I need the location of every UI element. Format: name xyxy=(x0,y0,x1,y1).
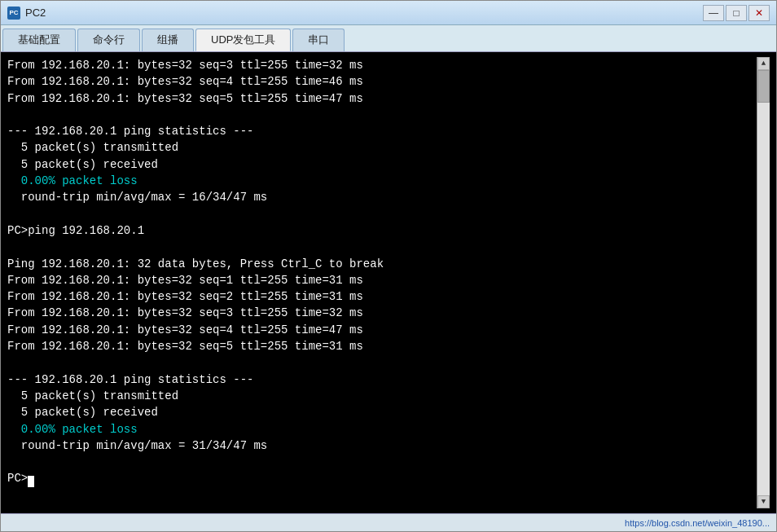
window: PC PC2 — □ ✕ 基础配置 命令行 组播 UDP发包工具 串口 From… xyxy=(0,0,777,532)
terminal-line: --- 192.168.20.1 ping statistics --- xyxy=(7,373,253,386)
terminal-line: 5 packet(s) transmitted xyxy=(7,389,178,402)
terminal-line: From 192.168.20.1: bytes=32 seq=3 ttl=25… xyxy=(7,306,363,319)
terminal-line: 5 packet(s) transmitted xyxy=(7,141,178,154)
terminal-line: 0.00% packet loss xyxy=(7,174,138,187)
terminal-line: round-trip min/avg/max = 31/34/47 ms xyxy=(7,439,267,452)
terminal-line: From 192.168.20.1: bytes=32 seq=4 ttl=25… xyxy=(7,323,363,336)
terminal-line: From 192.168.20.1: bytes=32 seq=1 ttl=25… xyxy=(7,274,363,287)
status-url: https://blog.csdn.net/weixin_48190... xyxy=(625,518,770,528)
terminal-line: From 192.168.20.1: bytes=32 seq=5 ttl=25… xyxy=(7,92,363,105)
terminal-line: PC> xyxy=(7,472,28,485)
terminal-content: From 192.168.20.1: bytes=32 seq=3 ttl=25… xyxy=(7,57,757,508)
window-controls: — □ ✕ xyxy=(703,5,770,21)
window-title: PC2 xyxy=(25,7,703,19)
scrollbar-track[interactable] xyxy=(757,70,770,495)
scrollbar-thumb[interactable] xyxy=(757,70,770,103)
terminal-line: From 192.168.20.1: bytes=32 seq=5 ttl=25… xyxy=(7,340,363,353)
tab-basic[interactable]: 基础配置 xyxy=(2,29,76,51)
terminal-line: 5 packet(s) received xyxy=(7,158,158,171)
minimize-button[interactable]: — xyxy=(703,5,724,21)
scrollbar-down-arrow[interactable]: ▼ xyxy=(757,495,770,508)
scrollbar[interactable]: ▲ ▼ xyxy=(757,57,770,508)
window-icon: PC xyxy=(7,7,20,20)
status-bar: https://blog.csdn.net/weixin_48190... xyxy=(1,513,776,531)
terminal-line: PC>ping 192.168.20.1 xyxy=(7,224,144,237)
terminal-line: --- 192.168.20.1 ping statistics --- xyxy=(7,125,253,138)
maximize-button[interactable]: □ xyxy=(726,5,747,21)
cursor xyxy=(28,476,34,487)
terminal-line: From 192.168.20.1: bytes=32 seq=4 ttl=25… xyxy=(7,75,363,88)
terminal-line: Ping 192.168.20.1: 32 data bytes, Press … xyxy=(7,257,384,270)
terminal-line: From 192.168.20.1: bytes=32 seq=2 ttl=25… xyxy=(7,290,363,303)
tab-udp[interactable]: UDP发包工具 xyxy=(195,29,291,51)
terminal-line: From 192.168.20.1: bytes=32 seq=3 ttl=25… xyxy=(7,59,363,72)
title-bar: PC PC2 — □ ✕ xyxy=(1,1,776,25)
tab-bar: 基础配置 命令行 组播 UDP发包工具 串口 xyxy=(1,25,776,52)
terminal-line: round-trip min/avg/max = 16/34/47 ms xyxy=(7,191,267,204)
tab-cmd[interactable]: 命令行 xyxy=(77,29,140,51)
close-button[interactable]: ✕ xyxy=(748,5,770,21)
tab-multicast[interactable]: 组播 xyxy=(142,29,194,51)
terminal-line: 5 packet(s) received xyxy=(7,406,158,419)
terminal-line: 0.00% packet loss xyxy=(7,423,138,436)
tab-serial[interactable]: 串口 xyxy=(292,29,345,51)
terminal-area[interactable]: From 192.168.20.1: bytes=32 seq=3 ttl=25… xyxy=(1,52,776,513)
scrollbar-up-arrow[interactable]: ▲ xyxy=(757,57,770,70)
